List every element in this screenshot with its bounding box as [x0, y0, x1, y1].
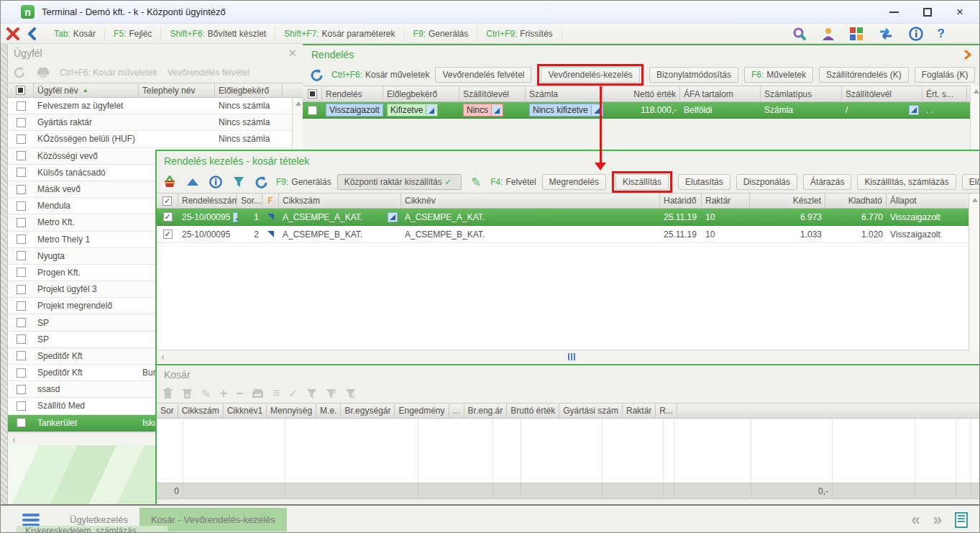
collapse-up-icon[interactable] — [184, 174, 201, 190]
row-checkbox[interactable] — [163, 212, 173, 222]
swap-arrows-icon[interactable] — [877, 27, 894, 40]
szallitorendeles-button[interactable]: Szállítórendelés (K) — [819, 67, 909, 83]
row-checkbox[interactable] — [17, 268, 26, 277]
basket-column-header[interactable]: R... — [656, 404, 677, 418]
diszponalas-button[interactable]: Diszponálás — [736, 174, 797, 190]
expand-chevron-icon[interactable] — [963, 50, 972, 60]
basket-column-header[interactable]: ... — [449, 404, 464, 418]
back-chevron-icon[interactable] — [27, 27, 37, 40]
col-szamlatipus[interactable]: Számlatípus — [761, 86, 842, 101]
dropdown-icon[interactable] — [388, 212, 398, 222]
info-icon[interactable] — [909, 27, 923, 41]
col-hatarido[interactable]: Határidő — [660, 193, 702, 208]
row-checkbox[interactable] — [17, 201, 26, 211]
col-rendeles[interactable]: Rendelés — [322, 86, 383, 101]
col-f[interactable]: F — [262, 193, 279, 208]
toolbar-item-shiftf6-bovitett[interactable]: Shift+F6:Bővített készlet — [161, 27, 275, 41]
basket-column-header[interactable]: Br.eng.ár — [464, 404, 508, 418]
minimize-button[interactable] — [889, 12, 899, 13]
vevorendeles-felvetel-button[interactable]: Vevőrendelés felvétel — [435, 67, 531, 83]
order-vertical-scrollbar[interactable] — [970, 86, 980, 151]
col-ugyfel-nev[interactable]: Ügyfél név▲ — [34, 83, 139, 97]
toolbar-item-f5-fejlec[interactable]: F5:Fejléc — [105, 27, 161, 41]
row-checkbox[interactable] — [17, 334, 26, 344]
col-elolegbekero[interactable]: Előlegbekérő — [383, 86, 459, 101]
kozponti-raktar-button[interactable]: Központi raktár kiszállítás ✓ — [337, 174, 462, 190]
status-chip-szamla[interactable]: Nincs kifizetve — [529, 104, 603, 117]
select-all-checkbox[interactable] — [16, 86, 25, 95]
row-checkbox[interactable] — [17, 301, 26, 311]
dropdown-icon[interactable] — [383, 105, 383, 115]
muveletek-button[interactable]: F6:Műveletek — [744, 67, 813, 83]
status-chip-elolegbekero[interactable]: Kifizetve — [387, 104, 438, 117]
row-checkbox[interactable] — [17, 101, 26, 111]
dropdown-icon[interactable] — [909, 105, 919, 115]
basket-column-header[interactable]: M.e. — [316, 404, 341, 418]
refresh-icon[interactable] — [253, 174, 270, 190]
dropdown-icon[interactable] — [426, 105, 436, 115]
info-icon[interactable] — [207, 174, 224, 190]
order-item-row[interactable]: 25-10/00095 2 A_CSEMPE_B_KAT. A_CSEMPE_B… — [157, 226, 979, 243]
basket-column-header[interactable]: Raktár — [623, 404, 656, 418]
generalas-button[interactable]: F9:Generálás — [276, 177, 331, 187]
basket-column-header[interactable]: Mennyiség — [267, 404, 316, 418]
close-button[interactable]: × — [956, 6, 963, 18]
row-checkbox[interactable] — [17, 285, 26, 294]
help-icon[interactable]: ? — [938, 27, 945, 41]
toolbar-item-shiftf7-parameterek[interactable]: Shift+F7:Kosár paraméterek — [275, 27, 404, 41]
basket-column-header[interactable]: Br.egységár — [341, 404, 395, 418]
basket-column-header[interactable]: Cikknév1 — [224, 404, 267, 418]
megrendeles-button[interactable]: Megrendelés — [542, 174, 606, 190]
col-netto-ertek[interactable]: Nettó érték — [603, 86, 680, 101]
col-elolegbekero[interactable]: Előlegbekérő — [215, 83, 283, 97]
row-checkbox[interactable] — [17, 251, 26, 260]
col-szallitolevel-2[interactable]: Szállítólevél — [842, 86, 922, 101]
row-checkbox[interactable] — [17, 234, 26, 244]
kosar-muveletek-button[interactable]: Ctrl+F6:Kosár műveletek — [331, 70, 429, 80]
close-panel-icon[interactable]: ✕ — [288, 47, 297, 60]
next-page-icon[interactable]: » — [933, 511, 942, 529]
mgmt-vertical-scrollbar[interactable] — [968, 194, 979, 351]
refresh-icon[interactable] — [308, 67, 326, 83]
row-checkbox[interactable] — [17, 135, 26, 144]
col-cikknev[interactable]: Cikknév — [401, 193, 660, 208]
col-keszlet[interactable]: Készlet — [750, 193, 825, 208]
col-szallitolevel[interactable]: Szállítólevél — [459, 86, 526, 101]
row-checkbox[interactable] — [17, 118, 26, 127]
col-sor[interactable]: Sor... — [237, 193, 262, 208]
pen-icon[interactable]: ✎ — [467, 174, 485, 190]
status-chip-szallitolevel[interactable]: Nincs — [463, 104, 503, 117]
basket-column-header[interactable]: Engedmény — [395, 404, 449, 418]
szallitolevel-value[interactable]: / — [842, 102, 922, 118]
select-all-checkbox[interactable] — [308, 89, 317, 99]
order-item-row[interactable]: 25-10/00095 1 A_CSEMPE_A_KAT. A_CSEMPE_A… — [157, 209, 979, 226]
col-cikkszam[interactable]: Cikkszám — [279, 193, 401, 208]
filter-icon[interactable] — [230, 174, 247, 190]
col-allapot[interactable]: Állapot — [887, 193, 971, 208]
menu-burger-icon[interactable] — [22, 514, 40, 527]
cancel-x-icon[interactable] — [5, 26, 21, 42]
col-ert-s[interactable]: Ért. s... — [922, 86, 967, 101]
atarazas-button[interactable]: Átárazás — [803, 174, 851, 190]
customer-row[interactable]: Felveszem az ügyfelet Nincs számla — [8, 98, 303, 114]
vevorendeles-kezeles-button[interactable]: Vevőrendelés-kezelés — [541, 67, 639, 83]
row-checkbox[interactable] — [17, 418, 26, 427]
left-edge-scrollbar[interactable] — [1, 44, 8, 504]
toolbar-item-f9-generalas[interactable]: F9:Generálás — [405, 27, 478, 41]
user-icon[interactable] — [821, 27, 835, 41]
search-icon[interactable] — [792, 27, 807, 41]
basket-icon[interactable] — [161, 174, 178, 190]
felvetel-button[interactable]: F4:Felvétel — [490, 177, 536, 187]
modules-grid-icon[interactable] — [850, 27, 863, 40]
row-checkbox[interactable] — [17, 151, 26, 160]
customer-row[interactable]: KÖzösségen belüli (HUF) Nincs számla — [8, 131, 303, 147]
row-checkbox[interactable] — [17, 385, 26, 394]
col-telephely-nev[interactable]: Telephely név — [139, 83, 215, 97]
row-checkbox[interactable] — [17, 401, 26, 411]
maximize-button[interactable] — [923, 8, 932, 17]
toolbar-item-ctrlf9-frissites[interactable]: Ctrl+F9:Frissítés — [477, 27, 562, 41]
col-afa-tartalom[interactable]: ÁFA tartalom — [680, 86, 761, 101]
kiszallitas-szamlazas-button[interactable]: Kiszállítás, számlázás — [857, 174, 956, 190]
row-checkbox[interactable] — [308, 106, 317, 115]
col-szamla[interactable]: Számla — [526, 86, 603, 101]
